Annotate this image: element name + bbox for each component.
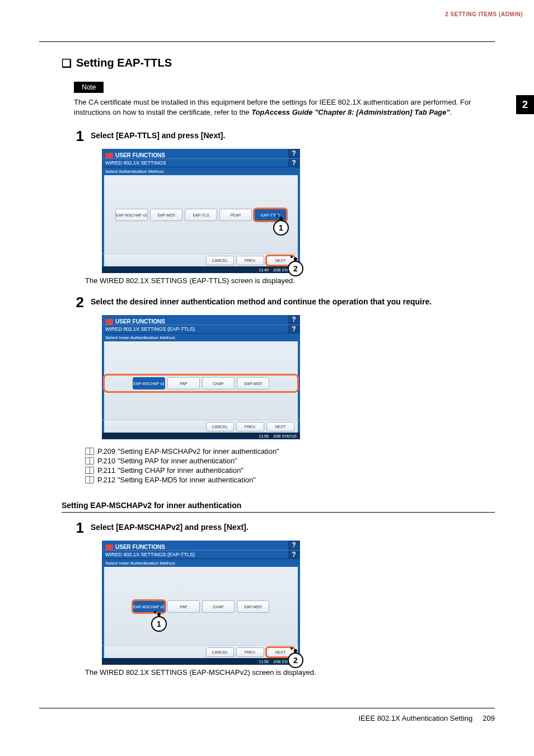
screenshot-inner-mschapv2: USER FUNCTIONS? WIRED 802.1X SETTINGS (E…: [102, 541, 300, 665]
prev-button[interactable]: PREV.: [236, 647, 264, 657]
book-icon: [85, 476, 94, 483]
callout-2: 2: [288, 652, 303, 668]
chapter-side-tab: 2: [516, 95, 534, 114]
step-result-text: The WIRED 802.1X SETTINGS (EAP-TTLS) scr…: [85, 276, 495, 285]
help-icon[interactable]: ?: [288, 315, 300, 325]
cancel-button[interactable]: CANCEL: [206, 256, 234, 265]
book-icon: [85, 457, 94, 464]
reference-link: P.210 "Setting PAP for inner authenticat…: [85, 457, 495, 465]
footer-label: IEEE 802.1X Authentication Setting: [358, 714, 472, 722]
book-icon: [85, 467, 94, 474]
next-button[interactable]: NEXT: [266, 422, 294, 431]
step-number: 2: [69, 295, 84, 309]
eap-mschapv2-button[interactable]: EAP-MSCHAP v2: [133, 377, 165, 389]
eap-md5-button[interactable]: EAP-MD5: [237, 377, 269, 389]
reference-link: P.212 "Setting EAP-MD5 for inner authent…: [85, 476, 495, 484]
screenshot-auth-method: USER FUNCTIONS? WIRED 802.1X SETTINGS? S…: [102, 149, 300, 273]
step-instruction: Select [EAP-TTLS] and press [Next].: [91, 131, 225, 143]
callout-1: 1: [273, 220, 289, 236]
prev-button[interactable]: PREV.: [236, 256, 264, 265]
square-marker-icon: ❏: [62, 58, 72, 69]
help-icon[interactable]: ?: [288, 159, 300, 167]
chap-button[interactable]: CHAP: [202, 377, 235, 389]
reference-link: P.211 "Setting CHAP for inner authentica…: [85, 466, 495, 475]
section-title-text: Setting EAP-TTLS: [76, 57, 172, 69]
step-number: 1: [69, 129, 84, 143]
screenshot-inner-method: USER FUNCTIONS? WIRED 802.1X SETTINGS (E…: [102, 315, 300, 439]
book-icon: [85, 448, 94, 455]
callout-2: 2: [288, 261, 303, 276]
eap-tls-button[interactable]: EAP-TLS: [185, 209, 217, 221]
divider: [62, 512, 495, 513]
header-breadcrumb: 2 SETTING ITEMS (ADMIN): [11, 11, 523, 17]
step-result-text: The WIRED 802.1X SETTINGS (EAP-MSCHAPv2)…: [85, 668, 495, 677]
note-body: The CA certificate must be installed in …: [74, 97, 495, 118]
reference-link: P.209 "Setting EAP-MSCHAPv2 for inner au…: [85, 447, 495, 456]
eap-mschapv2-button[interactable]: EAP-MSCHAP v2: [133, 600, 165, 613]
step-instruction: Select the desired inner authentication …: [91, 297, 432, 309]
pap-button[interactable]: PAP: [167, 600, 200, 613]
eap-md5-button[interactable]: EAP-MD5: [237, 600, 269, 613]
step-instruction: Select [EAP-MSCHAPv2] and press [Next].: [91, 523, 249, 535]
chap-button[interactable]: CHAP: [202, 600, 235, 613]
subsection-heading: Setting EAP-MSCHAPv2 for inner authentic…: [62, 501, 495, 510]
step-number: 1: [69, 520, 84, 535]
help-icon[interactable]: ?: [288, 149, 300, 158]
cancel-button[interactable]: CANCEL: [206, 647, 234, 657]
pap-button[interactable]: PAP: [167, 377, 200, 389]
section-title: ❏ Setting EAP-TTLS: [39, 57, 495, 69]
help-icon[interactable]: ?: [288, 541, 300, 550]
note-label: Note: [74, 82, 104, 93]
eap-mschapv2-button[interactable]: EAP-MSCHAP v2: [115, 209, 148, 221]
prev-button[interactable]: PREV.: [236, 422, 264, 431]
eap-md5-button[interactable]: EAP-MD5: [150, 209, 182, 221]
callout-1: 1: [151, 616, 167, 632]
cancel-button[interactable]: CANCEL: [206, 422, 234, 431]
peap-button[interactable]: PEAP: [219, 209, 252, 221]
help-icon[interactable]: ?: [288, 551, 300, 558]
help-icon[interactable]: ?: [288, 325, 300, 333]
page-number: 209: [483, 714, 495, 722]
